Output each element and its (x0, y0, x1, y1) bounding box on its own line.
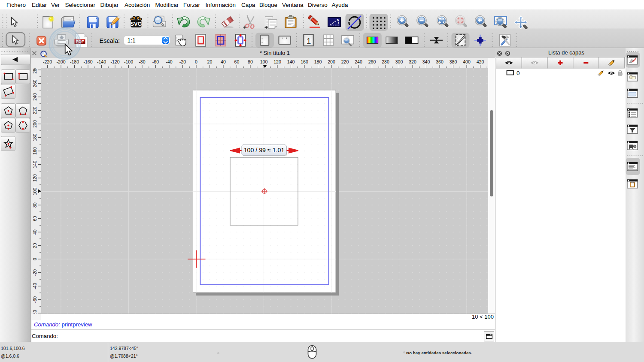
svg-text:200: 200 (328, 59, 335, 64)
svg-text:0: 0 (32, 258, 37, 260)
svg-text:240: 240 (32, 93, 37, 101)
svg-text:1: 1 (307, 36, 311, 45)
svg-text:220: 220 (32, 107, 37, 115)
svg-text:-60: -60 (32, 296, 37, 303)
svg-text:-60: -60 (152, 59, 159, 64)
svg-text:20: 20 (207, 59, 213, 64)
svg-text:140: 140 (287, 59, 295, 64)
svg-text:0: 0 (516, 70, 520, 76)
svg-text:360: 360 (436, 59, 444, 64)
svg-text:-100: -100 (124, 59, 133, 64)
svg-text:-40: -40 (166, 59, 172, 64)
svg-text:320: 320 (409, 59, 416, 64)
svg-text:-20: -20 (179, 59, 186, 64)
svg-text:40: 40 (221, 59, 226, 64)
svg-text:100 / 99 ≈ 1.01: 100 / 99 ≈ 1.01 (244, 147, 285, 154)
svg-text:-80: -80 (139, 59, 145, 64)
svg-text:-140: -140 (97, 59, 106, 64)
svg-text:280: 280 (382, 59, 389, 64)
svg-text:60: 60 (32, 216, 37, 221)
svg-text:1:1: 1:1 (128, 37, 136, 44)
svg-text:80: 80 (248, 59, 253, 64)
svg-text:400: 400 (463, 59, 471, 64)
svg-text:220: 220 (341, 59, 349, 64)
svg-text:-80: -80 (32, 310, 37, 314)
svg-text:-40: -40 (32, 283, 37, 289)
svg-text:240: 240 (355, 59, 362, 64)
svg-text:40: 40 (32, 229, 37, 235)
svg-text:0: 0 (195, 59, 197, 64)
svg-text:60: 60 (234, 59, 240, 64)
svg-text:160: 160 (32, 147, 37, 155)
svg-text:340: 340 (422, 59, 430, 64)
svg-text:100: 100 (32, 188, 37, 196)
svg-text:100: 100 (260, 59, 268, 64)
svg-text:180: 180 (314, 59, 322, 64)
svg-text:200: 200 (32, 120, 37, 128)
svg-text:380: 380 (450, 59, 457, 64)
svg-text:260: 260 (368, 59, 376, 64)
svg-text:160: 160 (301, 59, 308, 64)
svg-text:260: 260 (32, 80, 37, 87)
svg-text:SVG: SVG (130, 21, 142, 27)
svg-text:120: 120 (273, 59, 281, 64)
svg-text:-20: -20 (32, 269, 37, 276)
svg-text:180: 180 (32, 134, 37, 142)
svg-text:280: 280 (32, 68, 37, 74)
svg-text:420: 420 (477, 59, 484, 64)
svg-text:140: 140 (32, 161, 37, 169)
svg-text:80: 80 (32, 202, 37, 208)
svg-text:Escala:: Escala: (100, 37, 120, 44)
svg-text:120: 120 (32, 174, 37, 182)
svg-text:300: 300 (395, 59, 403, 64)
svg-text:20: 20 (32, 243, 37, 248)
svg-text:-120: -120 (110, 59, 119, 64)
